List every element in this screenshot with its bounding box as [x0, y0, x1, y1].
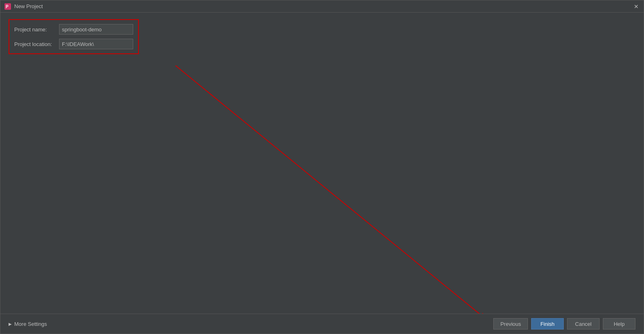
- project-location-label: Project location:: [14, 41, 59, 47]
- svg-line-3: [176, 66, 487, 314]
- highlighted-box: Project name: Project location:: [9, 19, 139, 54]
- help-button[interactable]: Help: [603, 318, 635, 330]
- project-name-label: Project name:: [14, 26, 59, 33]
- window-title: New Project: [14, 3, 633, 9]
- bottom-area: ▶ More Settings Previous Finish Cancel H…: [0, 314, 644, 334]
- dialog-window: P New Project ✕ Project name: Project lo…: [0, 0, 644, 334]
- project-name-input-wrapper: [59, 24, 133, 35]
- project-location-input-wrapper: [59, 39, 133, 49]
- project-location-input[interactable]: [59, 39, 133, 49]
- project-name-row: Project name:: [14, 24, 133, 35]
- title-bar: P New Project ✕: [0, 0, 644, 13]
- cancel-button[interactable]: Cancel: [567, 318, 600, 330]
- close-button[interactable]: ✕: [633, 3, 640, 10]
- more-settings-toggle[interactable]: ▶ More Settings: [9, 321, 47, 327]
- previous-button[interactable]: Previous: [493, 318, 528, 330]
- more-settings-label: More Settings: [14, 321, 47, 327]
- button-group: Previous Finish Cancel Help: [493, 318, 635, 330]
- more-settings-arrow-icon: ▶: [9, 322, 12, 326]
- project-location-row: Project location:: [14, 39, 133, 49]
- app-icon: P: [4, 3, 11, 10]
- content-area: Project name: Project location:: [0, 13, 644, 314]
- svg-text:P: P: [6, 4, 9, 9]
- project-name-input[interactable]: [59, 24, 133, 35]
- finish-button[interactable]: Finish: [531, 318, 564, 330]
- form-section: Project name: Project location:: [9, 19, 635, 54]
- arrow-overlay: [0, 13, 644, 314]
